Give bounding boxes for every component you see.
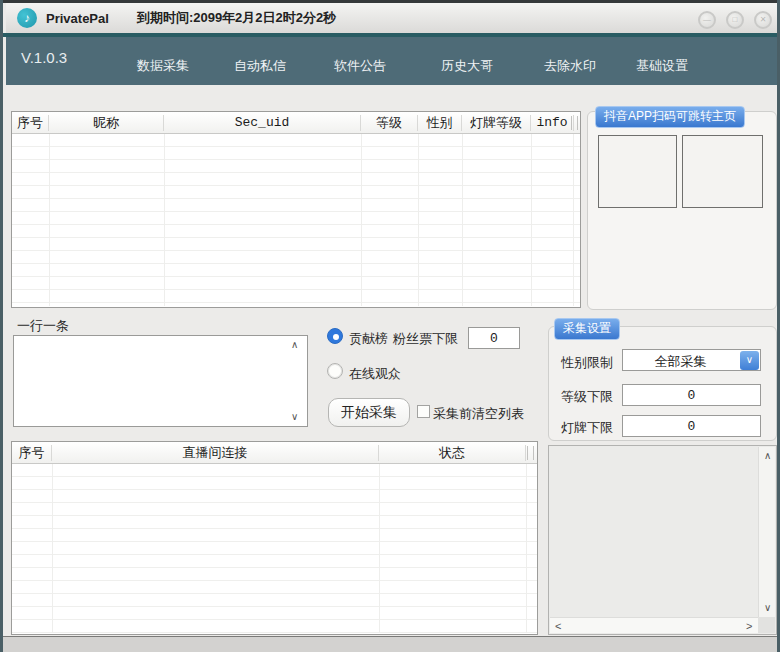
nav-item-history[interactable]: 历史大哥 [427,57,507,75]
radio-contribution-board[interactable] [327,328,343,344]
header-cell-secuid[interactable]: Sec_uid [164,115,361,131]
qr-panel [587,111,777,310]
scrollbar-corner [758,617,775,633]
header-cell-info[interactable]: info [531,115,574,131]
user-table-body[interactable] [12,134,580,307]
qr-box-1 [598,135,677,208]
header-cell-nickname[interactable]: 昵称 [49,115,164,131]
titlebar[interactable]: ♪ PrivatePal 到期时间:2099年2月2日2时2分2秒 — □ ✕ [6,3,780,33]
gender-select-value: 全部采集 [623,353,738,371]
header-cell-status[interactable]: 状态 [379,445,526,461]
close-icon: ✕ [760,15,767,24]
column-divider [379,464,380,633]
scroll-down-icon[interactable]: ∨ [291,412,298,422]
column-divider [361,134,362,306]
qr-panel-title: 抖音APP扫码可跳转主页 [595,106,745,128]
app-window: ♪ PrivatePal 到期时间:2099年2月2日2时2分2秒 — □ ✕ … [0,0,780,652]
app-title: PrivatePal [46,11,109,26]
lamp-min-label: 灯牌下限 [561,419,613,437]
qr-box-2 [682,135,763,208]
scroll-up-icon[interactable]: ∧ [764,451,771,461]
room-table: 序号 直播间连接 状态 [11,441,538,635]
column-resize-marks[interactable] [527,446,534,460]
user-table: 序号 昵称 Sec_uid 等级 性别 灯牌等级 info [11,111,581,308]
scroll-left-icon[interactable]: < [555,621,561,631]
column-divider [573,134,574,306]
nav-item-announcement[interactable]: 软件公告 [320,57,400,75]
room-table-body[interactable] [12,464,537,634]
room-links-textarea[interactable] [13,335,308,427]
room-table-header: 序号 直播间连接 状态 [12,442,537,464]
result-listbox[interactable]: ∧ ∨ < > [548,445,777,635]
clear-before-checkbox[interactable] [417,405,430,418]
vertical-scrollbar[interactable]: ∧ ∨ [758,447,775,618]
fans-min-label: 粉丝票下限 [393,330,458,348]
gender-select[interactable]: 全部采集 ∨ [622,349,761,371]
expiry-time-label: 到期时间:2099年2月2日2时2分2秒 [137,9,336,27]
minimize-icon: — [703,15,711,24]
header-cell-room-link[interactable]: 直播间连接 [52,445,379,461]
column-divider [531,134,532,306]
column-divider [49,134,50,306]
line-hint-label: 一行一条 [17,317,69,335]
app-logo-music-note-icon: ♪ [17,8,37,28]
scroll-up-icon[interactable]: ∧ [291,340,298,350]
version-label: V.1.0.3 [21,49,67,66]
horizontal-scrollbar[interactable]: < > [550,617,760,633]
scroll-right-icon[interactable]: > [746,621,752,631]
header-cell-index[interactable]: 序号 [12,445,52,461]
window-bottom-border [3,637,780,652]
scroll-down-icon[interactable]: ∨ [764,603,771,613]
header-cell-lamp[interactable]: 灯牌等级 [462,115,531,131]
header-cell-level[interactable]: 等级 [361,115,418,131]
level-min-label: 等级下限 [561,388,613,406]
header-cell-index[interactable]: 序号 [12,115,49,131]
nav-item-watermark[interactable]: 去除水印 [530,57,610,75]
radio-contribution-label: 贡献榜 [349,330,388,348]
clear-before-label: 采集前清空列表 [433,405,524,423]
column-resize-marks[interactable] [571,116,578,130]
header-cell-gender[interactable]: 性别 [418,115,462,131]
lamp-min-input[interactable] [622,415,761,437]
column-divider [52,464,53,633]
maximize-icon: □ [733,15,738,24]
maximize-button[interactable]: □ [726,11,744,29]
nav-item-data-collect[interactable]: 数据采集 [123,57,203,75]
column-divider [462,134,463,306]
minimize-button[interactable]: — [698,11,716,29]
level-min-input[interactable] [622,384,761,406]
nav-item-settings[interactable]: 基础设置 [622,57,702,75]
column-divider [164,134,165,306]
gender-limit-label: 性别限制 [561,354,613,372]
column-divider [418,134,419,306]
chevron-down-icon[interactable]: ∨ [740,351,759,370]
settings-panel-title: 采集设置 [554,318,620,340]
user-table-header: 序号 昵称 Sec_uid 等级 性别 灯牌等级 info [12,112,580,134]
radio-online-label: 在线观众 [349,365,401,383]
fans-min-input[interactable] [468,327,520,349]
nav-item-auto-dm[interactable]: 自动私信 [220,57,300,75]
column-divider [526,464,527,633]
start-collect-button[interactable]: 开始采集 [328,398,410,427]
close-button[interactable]: ✕ [754,11,772,29]
radio-online-viewers[interactable] [327,363,343,379]
